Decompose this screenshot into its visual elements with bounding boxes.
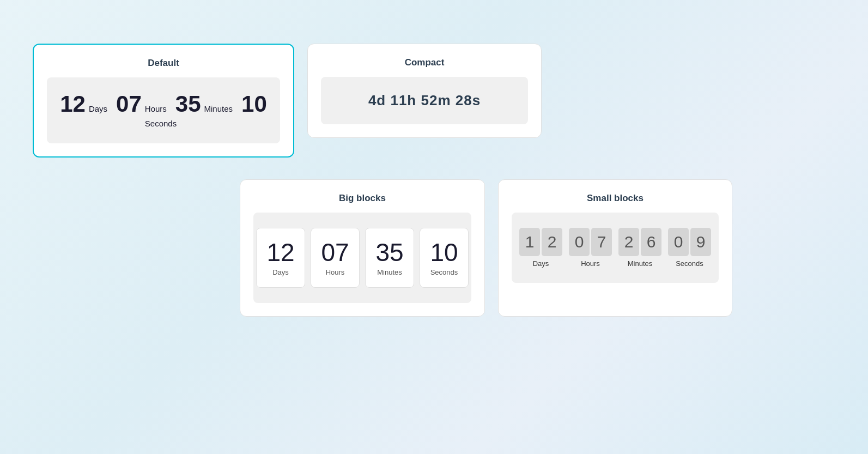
big-block-hours: 07 Hours [311, 228, 360, 288]
big-block-seconds-value: 10 [430, 240, 458, 265]
small-blocks-display: 1 2 Days 0 7 Hours 2 [519, 228, 711, 268]
small-block-seconds-label: Seconds [676, 259, 703, 268]
default-countdown: 12 Days 07 Hours 35 Minutes 10 Seconds [60, 93, 267, 128]
card-small-blocks: Small blocks 1 2 Days 0 7 [498, 179, 732, 317]
small-block-group-seconds: 0 9 Seconds [668, 228, 711, 268]
small-digit-days-1: 1 [519, 228, 540, 256]
big-block-minutes: 35 Minutes [365, 228, 414, 288]
small-block-minutes-label: Minutes [628, 259, 653, 268]
small-digit-seconds-2: 9 [690, 228, 711, 256]
big-block-days-value: 12 [266, 240, 294, 265]
main-container: Default 12 Days 07 Hours 35 Minutes 10 S… [33, 44, 835, 317]
big-block-hours-label: Hours [326, 268, 345, 276]
small-block-group-minutes: 2 6 Minutes [618, 228, 661, 268]
small-block-seconds-digits: 0 9 [668, 228, 711, 256]
small-block-hours-label: Hours [581, 259, 600, 268]
big-block-minutes-label: Minutes [377, 268, 402, 276]
small-blocks-display-area: 1 2 Days 0 7 Hours 2 [512, 213, 719, 283]
default-seconds-value: 10 [241, 93, 267, 116]
small-block-group-hours: 0 7 Hours [569, 228, 612, 268]
small-block-days-digits: 1 2 [519, 228, 562, 256]
default-days-label: Days [89, 104, 107, 113]
compact-display-area: 4d 11h 52m 28s [321, 77, 528, 124]
default-display-area: 12 Days 07 Hours 35 Minutes 10 Seconds [47, 77, 280, 143]
default-minutes-value: 35 [175, 93, 201, 116]
compact-countdown: 4d 11h 52m 28s [368, 92, 481, 109]
card-compact-title: Compact [321, 57, 528, 68]
small-block-minutes-digits: 2 6 [618, 228, 661, 256]
small-digit-minutes-1: 2 [618, 228, 639, 256]
card-default-title: Default [47, 58, 280, 69]
default-hours-value: 07 [116, 93, 142, 116]
card-big-blocks-title: Big blocks [253, 193, 471, 204]
small-digit-minutes-2: 6 [641, 228, 661, 256]
big-block-days-label: Days [272, 268, 289, 276]
small-digit-hours-1: 0 [569, 228, 590, 256]
small-digit-seconds-1: 0 [668, 228, 689, 256]
small-digit-days-2: 2 [542, 228, 562, 256]
big-blocks-display: 12 Days 07 Hours 35 Minutes 10 Seconds [256, 228, 469, 288]
small-block-group-days: 1 2 Days [519, 228, 562, 268]
bottom-row: Big blocks 12 Days 07 Hours 35 Minutes [240, 179, 835, 317]
card-default: Default 12 Days 07 Hours 35 Minutes 10 S… [33, 44, 294, 158]
top-row: Default 12 Days 07 Hours 35 Minutes 10 S… [33, 44, 835, 158]
default-seconds-label: Seconds [145, 119, 177, 128]
small-digit-hours-2: 7 [591, 228, 612, 256]
card-big-blocks: Big blocks 12 Days 07 Hours 35 Minutes [240, 179, 485, 317]
card-small-blocks-title: Small blocks [512, 193, 719, 204]
default-days-value: 12 [60, 93, 86, 116]
big-blocks-display-area: 12 Days 07 Hours 35 Minutes 10 Seconds [253, 213, 471, 303]
big-block-minutes-value: 35 [375, 240, 403, 265]
big-block-days: 12 Days [256, 228, 305, 288]
card-compact: Compact 4d 11h 52m 28s [307, 44, 542, 138]
big-block-seconds: 10 Seconds [420, 228, 469, 288]
default-hours-label: Hours [145, 104, 167, 113]
big-block-hours-value: 07 [321, 240, 349, 265]
small-block-hours-digits: 0 7 [569, 228, 612, 256]
default-minutes-label: Minutes [204, 104, 233, 113]
small-block-days-label: Days [533, 259, 549, 268]
big-block-seconds-label: Seconds [430, 268, 458, 276]
